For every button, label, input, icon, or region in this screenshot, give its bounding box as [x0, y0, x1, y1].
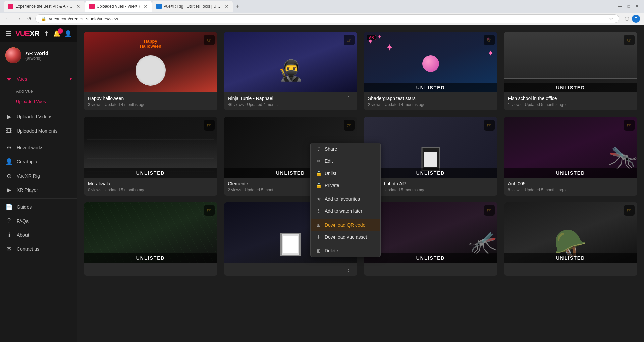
tab-title-3: VueXR Rig | Utilities Tools | Uni... — [164, 4, 221, 9]
user-icon[interactable]: 👤 — [64, 30, 72, 37]
sidebar-profile: AR World (arworld) — [0, 42, 77, 69]
profile-icon[interactable]: T — [632, 15, 640, 23]
download-qr-icon: ⊞ — [316, 222, 321, 228]
bookmark-icon[interactable]: ☆ — [609, 16, 613, 21]
sidebar-item-about-label: About — [17, 232, 29, 238]
card-info-8: Ant .005 8 views · Updated 5 months ago … — [504, 178, 638, 196]
new-tab-button[interactable]: + — [233, 3, 243, 10]
sidebar-item-add-vue[interactable]: Add Vue — [0, 86, 77, 96]
hamburger-icon[interactable]: ☰ — [5, 30, 11, 38]
upload-icon[interactable]: ⬆ — [44, 30, 49, 37]
ctx-edit[interactable]: ✏ Edit — [311, 155, 380, 167]
profile-handle: (arworld) — [25, 56, 48, 61]
card-more-2[interactable]: ⋮ — [344, 96, 353, 102]
tab-close-3[interactable]: ✕ — [225, 4, 229, 9]
vuexr-rig-icon: ⊙ — [5, 172, 13, 180]
tab-bar: Experience the Best VR & AR E... ✕ Uploa… — [0, 0, 644, 13]
forward-button[interactable]: → — [15, 14, 23, 23]
card-more-12[interactable]: ⋮ — [625, 266, 633, 272]
card-more-11[interactable]: ⋮ — [485, 266, 493, 272]
browser-tab-3[interactable]: VueXR Rig | Utilities Tools | Uni... ✕ — [152, 1, 233, 12]
sidebar-item-contact-us[interactable]: ✉ Contact us — [0, 242, 77, 256]
ant-figure: 🦟 — [608, 143, 637, 171]
sidebar-item-about[interactable]: ℹ About — [0, 228, 77, 242]
card-more-8[interactable]: ⋮ — [625, 181, 633, 187]
ctx-private[interactable]: 🔒 Private — [311, 179, 380, 191]
sidebar-item-uploaded-vues[interactable]: Uploaded Vues — [0, 96, 77, 107]
ctx-download-qr[interactable]: ⊞ Download QR code — [311, 219, 380, 231]
sidebar-item-vuexr-rig[interactable]: ⊙ VueXR Rig — [0, 169, 77, 183]
notifications-icon[interactable]: 🔔6 — [53, 30, 60, 37]
ctx-download-asset[interactable]: ⬇ Download vue asset — [311, 231, 380, 243]
vues-icon: ★ — [5, 75, 13, 83]
sidebar-item-uploaded-moments[interactable]: 🖼 Uploaded Moments — [0, 124, 77, 138]
ctx-add-favourites[interactable]: ★ Add to favourites — [311, 193, 380, 205]
sidebar-item-faqs-label: FAQs — [17, 218, 29, 224]
browser-tab-2[interactable]: Uploaded Vues - VueXR ✕ — [85, 1, 152, 12]
unlisted-badge-3: UNLISTED — [364, 83, 497, 92]
ctx-delete[interactable]: 🗑 Delete — [311, 245, 380, 257]
interact-icon-12: ☞ — [624, 205, 635, 216]
card-thumb-shader: ✦ ✦ ✦ ✦ ✦ UNLISTED AR ☞ — [364, 32, 497, 92]
interact-icon-3: ☞ — [484, 35, 495, 45]
tab-close-1[interactable]: ✕ — [76, 4, 80, 9]
sidebar-header: ☰ VUEXR ⬆ 🔔6 👤 — [0, 25, 77, 42]
card-more-4[interactable]: ⋮ — [625, 96, 633, 102]
interact-icon-2: ☞ — [344, 35, 355, 45]
browser-tab-1[interactable]: Experience the Best VR & AR E... ✕ — [4, 1, 85, 12]
browser-chrome: Experience the Best VR & AR E... ✕ Uploa… — [0, 0, 644, 25]
lock-icon: 🔒 — [41, 16, 46, 21]
minimize-button[interactable]: — — [615, 3, 625, 9]
card-title-4: Fish school in the office — [508, 96, 566, 101]
nav-sub-vues: Add Vue Uploaded Vues — [0, 86, 77, 107]
how-it-works-icon: ⚙ — [5, 144, 13, 151]
tab-title-1: Experience the Best VR & AR E... — [15, 4, 73, 9]
ctx-unlist[interactable]: 🔒 Unlist — [311, 167, 380, 179]
sidebar-item-how-it-works[interactable]: ⚙ How it works — [0, 141, 77, 155]
unlisted-badge-7: UNLISTED — [364, 168, 497, 178]
vues-arrow-icon: ▾ — [70, 77, 72, 81]
sidebar-item-guides-label: Guides — [17, 204, 32, 210]
sidebar-item-xr-player[interactable]: ▶ XR Player — [0, 183, 77, 197]
bubble-pink — [422, 55, 439, 72]
sidebar-nav: ★ Vues ▾ Add Vue Uploaded Vues ▶ Uploade… — [0, 69, 77, 342]
sidebar-item-uploaded-vues-label: Uploaded Vues — [16, 99, 46, 104]
extensions-icon[interactable]: ⬡ — [625, 16, 629, 22]
sidebar-item-uploaded-videos[interactable]: ▶ Uploaded Videos — [0, 110, 77, 124]
card-more-5[interactable]: ⋮ — [205, 181, 213, 187]
tab-title-2: Uploaded Vues - VueXR — [97, 4, 140, 9]
ctx-add-watch-later[interactable]: ⏱ Add to watch later — [311, 205, 380, 217]
address-bar[interactable]: 🔒 vuexr.com/creator_studio/vues/view ☆ — [35, 14, 619, 23]
window-close-button[interactable]: ✕ — [633, 3, 641, 9]
uploaded-moments-icon: 🖼 — [5, 127, 13, 134]
address-text: vuexr.com/creator_studio/vues/view — [49, 16, 606, 21]
card-meta-3: 2 views · Updated 4 months ago — [368, 102, 425, 107]
card-more-7[interactable]: ⋮ — [485, 181, 493, 187]
card-fish-school: UNLISTED ☞ Fish school in the office 1 v… — [504, 32, 638, 110]
card-muraliwala: UNLISTED ☞ Muraliwala 0 views · Updated … — [84, 117, 217, 196]
browser-controls: ← → ↺ 🔒 vuexr.com/creator_studio/vues/vi… — [0, 13, 644, 25]
sidebar-item-guides[interactable]: 📄 Guides — [0, 200, 77, 214]
logo: VUEXR — [15, 29, 39, 38]
sidebar-item-faqs[interactable]: ? FAQs — [0, 214, 77, 228]
card-more-1[interactable]: ⋮ — [205, 96, 213, 102]
tab-close-2[interactable]: ✕ — [144, 4, 148, 9]
maximize-button[interactable]: □ — [625, 3, 633, 9]
interact-icon-11: ☞ — [484, 205, 495, 216]
sidebar-item-add-vue-label: Add Vue — [16, 89, 33, 94]
sidebar-item-creatopia[interactable]: 👤 Creatopia — [0, 155, 77, 169]
refresh-button[interactable]: ↺ — [25, 14, 33, 23]
back-button[interactable]: ← — [4, 14, 12, 23]
sidebar-item-vues[interactable]: ★ Vues ▾ — [0, 72, 77, 86]
ar-badge-3: AR — [367, 35, 376, 40]
unlisted-badge-5: UNLISTED — [84, 168, 217, 178]
card-more-9[interactable]: ⋮ — [205, 266, 213, 272]
interact-icon-1: ☞ — [204, 35, 215, 45]
ctx-share-label: Share — [325, 146, 337, 152]
ctx-add-favourites-label: Add to favourites — [325, 196, 360, 202]
card-more-10[interactable]: ⋮ — [344, 266, 353, 272]
ctx-add-watch-later-label: Add to watch later — [325, 208, 362, 214]
card-more-3[interactable]: ⋮ — [485, 96, 493, 102]
card-row3c: 🦟 UNLISTED ☞ ⋮ — [364, 202, 497, 276]
ctx-share[interactable]: ⤴ Share — [311, 143, 380, 155]
